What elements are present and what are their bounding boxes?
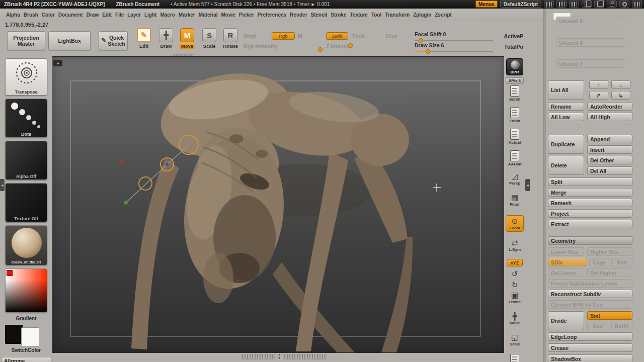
list-all-button[interactable]: List All [548,80,584,100]
record-icon[interactable] [619,1,629,8]
alignment-button[interactable]: Alignme [1,357,51,362]
menu-picker[interactable]: Picker [239,12,254,18]
menu-file[interactable]: File [115,12,124,18]
zsub-toggle[interactable]: Zsub [352,33,365,39]
xyz-axis-button[interactable]: xYZ [507,259,523,266]
unused-slot-button[interactable]: Unused 7 [556,59,624,68]
menu-color[interactable]: Color [42,12,55,18]
subtool-down-button[interactable]: ↓ [611,80,630,89]
merge-button[interactable]: Merge [548,188,632,197]
spix-slider[interactable]: SPix 3 [506,77,524,84]
canvas-scrollbar-left[interactable] [242,354,275,359]
frame-mesh-button[interactable]: ▣ Frame [506,291,524,304]
unused-slot-button[interactable]: Unused 5 [556,17,624,25]
remesh-button[interactable]: Remesh [548,199,632,207]
rgb-intensity-slider[interactable]: Rgb Intensity [244,43,277,49]
lightbox-button[interactable]: LightBox [48,31,91,50]
suv-toggle[interactable]: Suv [587,322,608,330]
move-down-hook-button[interactable]: ↳ [611,91,630,100]
draw-tool-button[interactable]: ╋ Draw [156,28,176,49]
insert-button[interactable]: Insert [587,145,632,154]
sliders-icon[interactable] [544,1,554,8]
rgb-intensity-handle[interactable] [318,47,323,52]
rstr-button[interactable]: Rstr [611,258,632,266]
default-zscript-button[interactable]: DefaultZScript [500,1,541,8]
move-up-hook-button[interactable]: ↱ [589,91,608,100]
edit-tool-button[interactable]: ✎ Edit [134,28,154,49]
main-color-swatch[interactable] [5,325,23,344]
menu-brush[interactable]: Brush [24,12,38,18]
canvas-scrollbar-right[interactable] [284,354,327,359]
menu-stroke[interactable]: Stroke [331,12,346,18]
menu-draw[interactable]: Draw [87,12,99,18]
zoom-document-button[interactable]: Zoom [506,107,524,123]
lock-icon[interactable] [607,1,617,8]
m-toggle[interactable]: M [298,33,302,39]
local-symmetry-toggle[interactable]: ⇄ L.Sym [506,238,524,252]
divide-button[interactable]: Divide [548,311,584,330]
split-button[interactable]: Split [548,177,632,186]
focal-shift-track[interactable] [415,40,493,41]
stroke-thumbnail-dots[interactable]: Dots [5,99,47,138]
material-thumbnail[interactable]: Clash_of_the_tit [5,225,47,265]
menu-zscript[interactable]: Zscript [435,12,451,18]
project-button[interactable]: Project [548,209,632,218]
rgb-toggle[interactable]: Rgb [272,32,295,40]
bpr-render-button[interactable]: BPR [506,58,524,75]
grid-icon[interactable] [632,1,642,8]
move-tool-button[interactable]: M Move [177,28,197,49]
sliders-icon-2[interactable] [556,1,567,8]
menu-stencil[interactable]: Stencil [311,12,328,18]
draw-size-handle[interactable] [426,49,430,54]
higher-res-button[interactable]: Higher Res [587,247,632,256]
append-button[interactable]: Append [587,135,632,143]
subtool-up-button[interactable]: ↑ [589,80,608,89]
rename-button[interactable]: Rename [548,102,584,111]
menu-movie[interactable]: Movie [221,12,235,18]
delete-button[interactable]: Delete [548,156,584,175]
menu-texture[interactable]: Texture [350,12,367,18]
zcut-toggle[interactable]: Zcut [385,33,396,39]
menu-edit[interactable]: Edit [102,12,112,18]
menu-render[interactable]: Render [290,12,307,18]
extract-button[interactable]: Extract [548,220,632,228]
smt-toggle[interactable]: Smt [587,311,632,320]
menu-light[interactable]: Light [144,12,156,18]
crease-button[interactable]: Crease [548,343,632,352]
auto-reorder-button[interactable]: AutoReorder [587,102,632,111]
menu-preferences[interactable]: Preferences [258,12,286,18]
right-tray-divider-arrow[interactable]: ◄ [525,179,530,191]
del-higher-button[interactable]: Del Higher [587,268,632,277]
rotate-cw-button[interactable]: ↻ [506,281,524,289]
menu-transform[interactable]: Transform [385,12,410,18]
scroll-document-button[interactable]: Scroll [506,85,524,102]
reconstruct-subdiv-button[interactable]: Reconstruct Subdiv [548,290,632,298]
duplicate-button[interactable]: Duplicate [548,135,584,154]
geometry-section-header[interactable]: Geometry [548,236,632,245]
quick-sketch-button[interactable]: ✎ Quick Sketch [99,31,128,50]
z-intensity-handle[interactable] [348,43,353,48]
brush-thumbnail-transpose[interactable]: Transpose [5,58,47,96]
shadowbox-button[interactable]: ShadowBox [548,354,632,362]
del-other-button[interactable]: Del Other [587,156,632,164]
lower-res-button[interactable]: Lower Res [548,247,584,256]
mrgb-toggle[interactable]: Mrgb [244,33,257,39]
menu-macro[interactable]: Macro [160,12,175,18]
unused-slot-button[interactable]: Unused 6 [556,38,624,47]
menu-marker[interactable]: Marker [179,12,195,18]
aahalf-button[interactable]: AAHalf [506,150,524,166]
zadd-toggle[interactable]: Zadd [326,32,348,40]
rotate-ccw-button[interactable]: ↺ [506,269,524,278]
menu-layer[interactable]: Layer [127,12,141,18]
menu-document[interactable]: Document [58,12,83,18]
reuv-button[interactable]: ReUV [611,322,632,330]
left-tray-divider-arrow[interactable]: ◄ [0,179,5,191]
document-canvas[interactable]: » [52,56,504,353]
local-transform-toggle[interactable]: ⊙ Local [506,215,524,232]
cage-button[interactable]: Cage [589,258,609,266]
freeze-subdivision-button[interactable]: Freeze SubDivision Levels [548,279,632,288]
projection-master-button[interactable]: Projection Master [7,31,45,50]
del-all-button[interactable]: Del All [587,166,632,175]
scale-tool-button[interactable]: S Scale [199,28,219,49]
floor-grid-toggle[interactable]: ▦ Floor [506,193,524,207]
